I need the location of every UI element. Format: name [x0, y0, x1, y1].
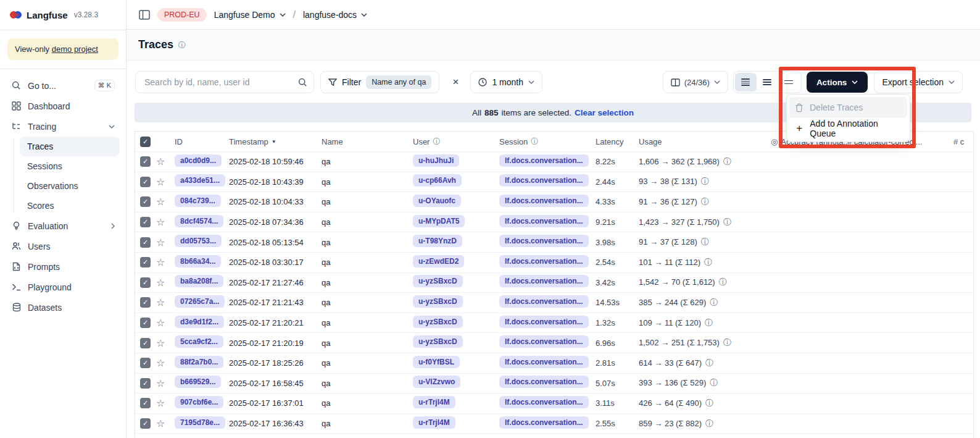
row-checkbox[interactable]: ✓ [140, 297, 151, 308]
table-row[interactable]: ✓ ☆ a0cd0d9... 2025-02-18 10:59:46 qa u-… [135, 152, 973, 172]
column-header-id[interactable]: ID [175, 137, 229, 146]
sidebar-item-observations[interactable]: Observations [20, 176, 120, 196]
session-badge[interactable]: lf.docs.conversation... [499, 356, 589, 368]
user-badge[interactable]: u-yzSBxcD [413, 335, 463, 348]
session-badge[interactable]: lf.docs.conversation... [499, 255, 589, 267]
column-header-timestamp[interactable]: Timestamp ▼ [229, 137, 322, 146]
user-badge[interactable]: u-cp66Avh [413, 174, 462, 187]
row-checkbox[interactable]: ✓ [140, 217, 151, 227]
trace-id-badge[interactable]: a433de51... [175, 174, 225, 187]
favorite-star-icon[interactable]: ☆ [156, 196, 165, 207]
org-switcher[interactable]: Langfuse Demo [214, 10, 286, 20]
session-badge[interactable]: lf.docs.conversation... [499, 295, 589, 308]
trace-id-badge[interactable]: 5cca9cf2... [175, 335, 223, 348]
select-all-checkbox[interactable]: ✓ [140, 137, 151, 147]
row-height-large-icon[interactable] [778, 73, 800, 91]
row-checkbox[interactable]: ✓ [140, 177, 151, 187]
trace-id-badge[interactable]: 907cbf6e... [175, 396, 223, 408]
session-badge[interactable]: lf.docs.conversation... [499, 275, 589, 287]
sidebar-item-users[interactable]: Users [6, 236, 120, 256]
row-checkbox[interactable]: ✓ [140, 237, 151, 248]
favorite-star-icon[interactable]: ☆ [156, 277, 165, 288]
info-icon[interactable]: ⓘ [723, 217, 731, 227]
export-selection-button[interactable]: Export selection [874, 71, 963, 93]
user-badge[interactable]: u-OYauofc [413, 195, 461, 207]
row-checkbox[interactable]: ✓ [140, 318, 151, 328]
sidebar-item-scores[interactable]: Scores [20, 196, 120, 216]
favorite-star-icon[interactable]: ☆ [156, 398, 165, 408]
trace-id-badge[interactable]: a0cd0d9... [175, 154, 222, 167]
user-badge[interactable]: u-f0YfBSL [413, 356, 460, 368]
project-switcher[interactable]: langfuse-docs [303, 10, 367, 20]
session-badge[interactable]: lf.docs.conversation... [499, 335, 589, 348]
column-header-session[interactable]: Session ⓘ [499, 137, 596, 146]
table-row[interactable]: ✓ ☆ d3e9d1f2... 2025-02-17 21:20:21 qa u… [135, 313, 973, 334]
row-checkbox[interactable]: ✓ [140, 378, 151, 389]
sidebar-item-sessions[interactable]: Sessions [20, 156, 120, 176]
info-icon[interactable]: ⓘ [710, 378, 718, 387]
trace-id-badge[interactable]: ba8a208f... [175, 275, 223, 287]
menu-item-delete-traces[interactable]: Delete Traces [789, 97, 907, 118]
sidebar-item-prompts[interactable]: Prompts [6, 256, 120, 277]
sidebar-item-traces[interactable]: Traces [20, 137, 120, 156]
info-icon[interactable]: ⓘ [701, 177, 709, 186]
user-badge[interactable]: u-VIZzvwo [413, 376, 460, 388]
user-badge[interactable]: u-yzSBxcD [413, 275, 463, 287]
column-visibility-button[interactable]: (24/36) [663, 71, 728, 93]
info-icon[interactable]: ⓘ [704, 258, 712, 267]
search-input[interactable] [143, 77, 298, 88]
search-icon[interactable] [298, 78, 307, 87]
table-row[interactable]: ✓ ☆ 5cca9cf2... 2025-02-17 21:20:19 qa u… [135, 333, 973, 353]
session-badge[interactable]: lf.docs.conversation... [499, 195, 589, 207]
trace-id-badge[interactable]: 8b66a34... [175, 255, 221, 267]
sidebar-item-dashboard[interactable]: Dashboard [6, 96, 120, 116]
session-badge[interactable]: lf.docs.conversation... [499, 235, 589, 247]
session-badge[interactable]: lf.docs.conversation... [499, 376, 589, 388]
row-height-small-icon[interactable] [735, 73, 757, 91]
table-row[interactable]: ✓ ☆ 7195d78e... 2025-02-17 16:36:43 qa u… [135, 414, 973, 434]
favorite-star-icon[interactable]: ☆ [156, 177, 165, 187]
favorite-star-icon[interactable]: ☆ [156, 217, 165, 227]
table-row[interactable]: ✓ ☆ 07265c7a... 2025-02-17 21:21:43 qa u… [135, 293, 973, 313]
row-checkbox[interactable]: ✓ [140, 358, 151, 368]
info-icon[interactable]: ⓘ [705, 318, 713, 327]
favorite-star-icon[interactable]: ☆ [156, 338, 165, 348]
user-badge[interactable]: u-yzSBxcD [413, 295, 463, 308]
favorite-star-icon[interactable]: ☆ [156, 418, 165, 429]
info-icon[interactable]: ⓘ [178, 41, 186, 49]
favorite-star-icon[interactable]: ☆ [156, 297, 165, 308]
info-icon[interactable]: ⓘ [719, 277, 727, 287]
session-badge[interactable]: lf.docs.conversation... [499, 154, 589, 167]
column-header-name[interactable]: Name [322, 137, 413, 146]
favorite-star-icon[interactable]: ☆ [156, 358, 165, 368]
table-row[interactable]: ✓ ☆ ba8a208f... 2025-02-17 21:27:46 qa u… [135, 273, 973, 293]
info-icon[interactable]: ⓘ [705, 398, 713, 408]
info-icon[interactable]: ⓘ [705, 419, 713, 428]
trace-id-badge[interactable]: 88f2a7b0... [175, 356, 223, 368]
column-header-user[interactable]: User ⓘ [413, 137, 499, 146]
row-checkbox[interactable]: ✓ [140, 156, 151, 167]
column-header-latency[interactable]: Latency [596, 137, 639, 146]
row-checkbox[interactable]: ✓ [140, 398, 151, 408]
table-row[interactable]: ✓ ☆ dd05753... 2025-02-18 05:13:54 qa u-… [135, 232, 973, 253]
row-checkbox[interactable]: ✓ [140, 418, 151, 429]
trace-id-badge[interactable]: 084c739... [175, 195, 221, 207]
trace-id-badge[interactable]: dd05753... [175, 235, 222, 247]
session-badge[interactable]: lf.docs.conversation... [499, 396, 589, 408]
trace-id-badge[interactable]: 07265c7a... [175, 295, 225, 308]
trace-id-badge[interactable]: d3e9d1f2... [175, 316, 224, 328]
sidebar-item-playground[interactable]: Playground [6, 277, 120, 297]
column-header-usage[interactable]: Usage [639, 137, 771, 146]
sidebar-item-datasets[interactable]: Datasets [6, 297, 120, 318]
info-icon[interactable]: ⓘ [701, 197, 709, 206]
row-checkbox[interactable]: ✓ [140, 257, 151, 267]
table-row[interactable]: ✓ ☆ 88f2a7b0... 2025-02-17 18:25:26 qa u… [135, 353, 973, 374]
user-badge[interactable]: u-yzSBxcD [413, 316, 463, 328]
session-badge[interactable]: lf.docs.conversation... [499, 416, 589, 429]
trace-id-badge[interactable]: 8dcf4574... [175, 215, 223, 227]
info-icon[interactable]: ⓘ [701, 237, 709, 246]
user-badge[interactable]: u-zEwdED2 [413, 255, 464, 267]
clear-selection-link[interactable]: Clear selection [575, 108, 634, 117]
row-checkbox[interactable]: ✓ [140, 277, 151, 288]
row-checkbox[interactable]: ✓ [140, 338, 151, 348]
